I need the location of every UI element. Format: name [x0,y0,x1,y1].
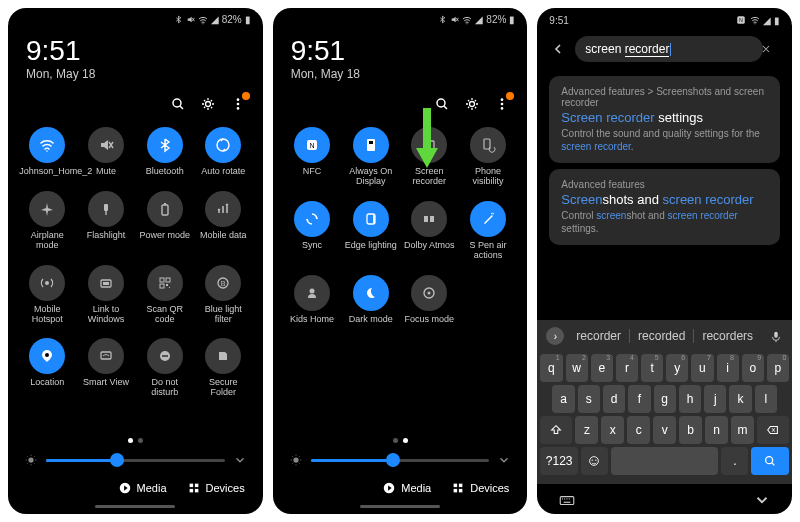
tile-sync[interactable]: Sync [283,197,342,265]
suggestion[interactable]: recorder [568,329,630,343]
tile-location[interactable]: Location [18,334,77,402]
tile-label: Focus mode [405,315,455,325]
chevron-down-icon[interactable] [233,453,247,467]
home-indicator[interactable] [95,505,175,508]
space-key[interactable] [611,447,719,475]
tile-smartview[interactable]: Smart View [77,334,136,402]
tile-wifi[interactable]: Johnson_Home_2 [18,123,77,181]
tile-aod[interactable]: Always On Display [341,123,400,191]
tile-label: Dolby Atmos [404,241,455,251]
symbols-key[interactable]: ?123 [540,447,578,475]
period-key[interactable]: . [721,447,748,475]
backspace-key[interactable] [757,416,789,444]
tile-edge[interactable]: Edge lighting [341,197,400,265]
tile-power[interactable]: Power mode [135,187,194,255]
tile-label: Flashlight [87,231,126,241]
key-g[interactable]: g [654,385,676,413]
back-button[interactable] [549,40,567,58]
tile-airplane[interactable]: Airplane mode [18,187,77,255]
search-result[interactable]: Advanced features Screenshots and screen… [549,169,780,245]
shift-key[interactable] [540,416,572,444]
tile-visibility[interactable]: Phone visibility [459,123,518,191]
tile-secure[interactable]: Secure Folder [194,334,253,402]
devices-button[interactable]: Devices [451,481,509,495]
key-o[interactable]: o9 [742,354,764,382]
date: Mon, May 18 [8,67,263,89]
key-h[interactable]: h [679,385,701,413]
settings-button[interactable] [463,95,481,113]
key-n[interactable]: n [705,416,728,444]
tile-bluetooth[interactable]: Bluetooth [135,123,194,181]
more-button[interactable] [229,95,247,113]
key-d[interactable]: d [603,385,625,413]
key-z[interactable]: z [575,416,598,444]
tile-mobiledata[interactable]: Mobile data [194,187,253,255]
notification-badge [506,92,514,100]
dnd-icon [157,348,173,364]
key-p[interactable]: p0 [767,354,789,382]
key-l[interactable]: l [755,385,777,413]
key-q[interactable]: q1 [540,354,562,382]
brightness-slider[interactable] [311,459,490,462]
emoji-key[interactable] [581,447,608,475]
clear-search-button[interactable] [760,43,772,55]
settings-button[interactable] [199,95,217,113]
key-s[interactable]: s [578,385,600,413]
tile-dark[interactable]: Dark mode [341,271,400,329]
tile-dolby[interactable]: Dolby Atmos [400,197,459,265]
tile-bluelight[interactable]: Blue light filter [194,261,253,329]
suggestion[interactable]: recorders [694,329,761,343]
rotate-icon [215,137,231,153]
tile-link[interactable]: Link to Windows [77,261,136,329]
key-y[interactable]: y6 [666,354,688,382]
keyboard-switch-icon[interactable] [555,490,579,510]
key-w[interactable]: w2 [566,354,588,382]
nav-down-icon[interactable] [750,490,774,510]
home-indicator[interactable] [360,505,440,508]
hotspot-icon [39,275,55,291]
result-desc: Control the sound and quality settings f… [561,127,768,153]
tile-spen[interactable]: S Pen air actions [459,197,518,265]
tile-label: Blue light filter [195,305,251,325]
brightness-slider[interactable] [46,459,225,462]
key-k[interactable]: k [729,385,751,413]
search-button[interactable] [169,95,187,113]
key-f[interactable]: f [628,385,650,413]
media-button[interactable]: Media [382,481,431,495]
tile-label: Airplane mode [19,231,75,251]
key-c[interactable]: c [627,416,650,444]
key-b[interactable]: b [679,416,702,444]
media-button[interactable]: Media [118,481,167,495]
tile-qr[interactable]: Scan QR code [135,261,194,329]
tile-flashlight[interactable]: Flashlight [77,187,136,255]
tile-dnd[interactable]: Do not disturb [135,334,194,402]
devices-button[interactable]: Devices [187,481,245,495]
tile-mute[interactable]: Mute [77,123,136,181]
tile-rotate[interactable]: Auto rotate [194,123,253,181]
key-e[interactable]: e3 [591,354,613,382]
key-v[interactable]: v [653,416,676,444]
search-result[interactable]: Advanced features > Screenshots and scre… [549,76,780,163]
tile-hotspot[interactable]: Mobile Hotspot [18,261,77,329]
key-i[interactable]: i8 [717,354,739,382]
more-button[interactable] [493,95,511,113]
suggestion-expand[interactable]: › [546,327,564,345]
mic-icon[interactable] [769,329,783,343]
tile-label: Link to Windows [78,305,134,325]
key-j[interactable]: j [704,385,726,413]
key-a[interactable]: a [552,385,574,413]
suggestion[interactable]: recorded [630,329,694,343]
tile-nfc[interactable]: NFC [283,123,342,191]
search-key[interactable] [751,447,789,475]
tile-focus[interactable]: Focus mode [400,271,459,329]
tile-kids[interactable]: Kids Home [283,271,342,329]
key-u[interactable]: u7 [691,354,713,382]
key-m[interactable]: m [731,416,754,444]
chevron-down-icon[interactable] [497,453,511,467]
key-r[interactable]: r4 [616,354,638,382]
key-x[interactable]: x [601,416,624,444]
tile-label: Mute [96,167,116,177]
key-t[interactable]: t5 [641,354,663,382]
tile-label: Mobile Hotspot [19,305,75,325]
search-input[interactable] [575,36,763,62]
